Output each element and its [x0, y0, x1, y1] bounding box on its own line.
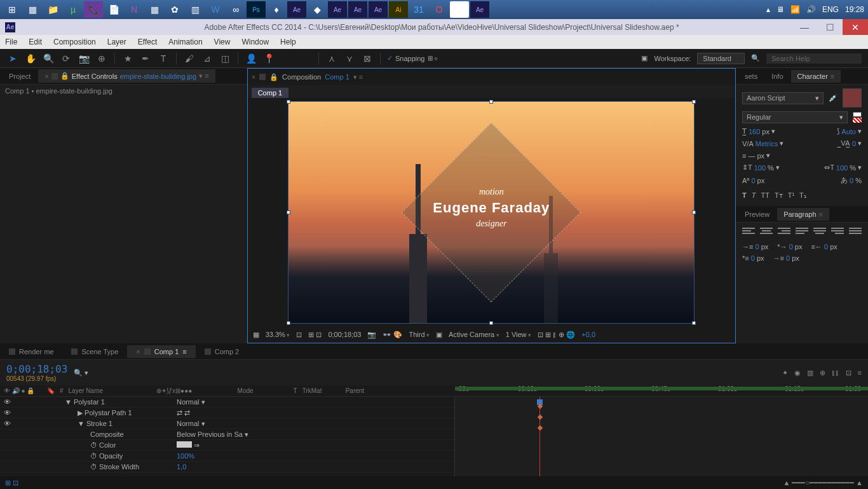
comp-breadcrumb[interactable]: Comp 1 [252, 88, 289, 98]
snapping-toggle[interactable]: ✓ Snapping ⊞ ⟐ [387, 54, 438, 62]
tb-ae[interactable]: Ae [369, 1, 388, 18]
menu-effect[interactable]: Effect [138, 38, 157, 46]
layer-row[interactable]: 👁▼ Polystar 1Normal ▾ [0, 397, 454, 408]
tb-app[interactable]: ▥ [186, 1, 205, 18]
tb-app[interactable]: 📁 [43, 1, 62, 18]
tl-icon[interactable]: ⫿⫿ [832, 369, 839, 377]
subscript-button[interactable]: T₁ [799, 191, 806, 200]
comp-panel-target[interactable]: Comp 1 [325, 73, 349, 81]
tb-ae-active[interactable]: Ae [470, 1, 489, 18]
font-size[interactable]: 160 [749, 128, 760, 135]
tl-icon[interactable]: ◉ [794, 369, 801, 377]
tab-project[interactable]: Project [3, 70, 37, 83]
tab-info[interactable]: Info [765, 70, 789, 83]
tracking[interactable]: 0 [852, 140, 856, 148]
rotate-tool[interactable]: ⟳ [60, 52, 72, 65]
lock-icon[interactable]: 🔒 [269, 73, 278, 81]
camera-dropdown[interactable]: Active Camera [449, 331, 499, 338]
eyedropper-icon[interactable]: 💉 [829, 94, 837, 102]
tb-app[interactable]: N [125, 1, 144, 18]
eraser-tool[interactable]: ◫ [219, 52, 231, 65]
menu-edit[interactable]: Edit [29, 38, 42, 46]
view-icons[interactable]: ⊡ ⊞ ⫿ ⊕ 🌐 [538, 331, 575, 339]
timeline-tracks[interactable] [454, 397, 868, 476]
layer-row[interactable]: 👁▶ Polystar Path 1⇄ ⇄ [0, 408, 454, 418]
tab-effect-controls[interactable]: × 🔒 Effect Controls empire-state-buildin… [38, 69, 215, 83]
tb-app[interactable]: 📄 [104, 1, 123, 18]
cam-icon[interactable]: ▦ [253, 331, 259, 339]
tb-ai[interactable]: Ai [389, 1, 408, 18]
menu-layer[interactable]: Layer [107, 38, 126, 46]
tl-icon[interactable]: ⊕ [820, 369, 825, 377]
justify-all-button[interactable] [849, 228, 862, 238]
tb-app[interactable]: ▦ [23, 1, 42, 18]
panel-menu-icon[interactable]: ▾ ≡ [353, 73, 363, 81]
grid-icon[interactable]: ⊞ ⊡ [308, 331, 322, 339]
tray-lang[interactable]: ENG [822, 5, 839, 14]
tb-viber[interactable]: 📞 [84, 1, 103, 18]
tb-app[interactable]: ♦ [267, 1, 286, 18]
tb-app[interactable]: ◆ [308, 1, 327, 18]
menu-view[interactable]: View [214, 38, 231, 46]
tb-app[interactable]: ∞ [226, 1, 245, 18]
layer-row[interactable]: 👁▼ Stroke 1Normal ▾ [0, 418, 454, 429]
align-right-button[interactable] [778, 228, 790, 238]
hand-tool[interactable]: ✋ [24, 52, 37, 65]
italic-button[interactable]: T [752, 191, 756, 200]
tb-ae[interactable]: Ae [287, 1, 306, 18]
roi-icon[interactable]: ▣ [436, 331, 442, 339]
hscale[interactable]: 100 [836, 164, 848, 172]
tab-sets[interactable]: sets [738, 70, 764, 83]
fill-swatch[interactable] [843, 88, 862, 107]
font-dropdown[interactable]: Aaron Script▾ [742, 92, 824, 104]
tb-app[interactable]: 31 [409, 1, 428, 18]
camera-tool[interactable]: 📷 [78, 52, 90, 65]
leading[interactable]: Auto [841, 128, 856, 135]
justify-right-button[interactable] [831, 228, 844, 238]
brush-tool[interactable]: 🖌 [183, 52, 196, 65]
align-left-button[interactable] [742, 228, 755, 238]
tsume[interactable]: 0 [850, 177, 853, 184]
tb-ae[interactable]: Ae [348, 1, 367, 18]
zoom-tool[interactable]: 🔍 [42, 52, 55, 65]
tl-icon[interactable]: ▥ [807, 369, 813, 377]
viewer-time[interactable]: 0;00;18;03 [328, 331, 361, 338]
tb-ps[interactable]: Ps [247, 1, 266, 18]
pin-tool[interactable]: 📍 [262, 52, 275, 65]
menu-window[interactable]: Window [241, 38, 269, 46]
close-tab-icon[interactable]: × [252, 73, 255, 81]
layer-row[interactable]: CompositeBelow Previous in Sa ▾ [0, 429, 454, 440]
tl-tab-scene[interactable]: Scene Type [62, 345, 127, 358]
tl-tab-comp1[interactable]: × Comp 1 ≡ [127, 345, 195, 358]
menu-help[interactable]: Help [280, 38, 296, 46]
bold-button[interactable]: T [742, 191, 747, 200]
start-button[interactable]: ⊞ [3, 1, 22, 18]
menu-composition[interactable]: Composition [53, 38, 96, 46]
tray-volume-icon[interactable]: 🔊 [806, 5, 816, 14]
dslr-icon[interactable]: ▣ [641, 54, 648, 62]
smallcaps-button[interactable]: Tᴛ [775, 191, 783, 200]
text-tool[interactable]: T [157, 52, 170, 65]
baseline[interactable]: 0 [751, 177, 755, 184]
anchor-tool[interactable]: ⊕ [95, 52, 108, 65]
minimize-button[interactable]: — [792, 19, 817, 35]
style-dropdown[interactable]: Regular▾ [742, 111, 848, 123]
timeline-timecode[interactable]: 0;00;18;03 [6, 363, 67, 375]
justify-center-button[interactable] [813, 228, 826, 238]
shape-tool[interactable]: ★ [121, 52, 134, 65]
menu-animation[interactable]: Animation [168, 38, 202, 46]
tab-paragraph[interactable]: Paragraph ≡ [777, 208, 829, 221]
search-icon[interactable]: 🔍 ▾ [74, 369, 88, 377]
tb-ae[interactable]: Ae [328, 1, 347, 18]
zoom-dropdown[interactable]: 33.3% [266, 331, 290, 338]
superscript-button[interactable]: T¹ [788, 191, 794, 200]
zoom-slider[interactable]: ▲ ━━━○━━━━━━━━━━ ▲ [783, 479, 863, 487]
tb-opera[interactable]: O [430, 1, 449, 18]
allcaps-button[interactable]: TT [761, 191, 769, 200]
tl-icon[interactable]: ✦ [782, 369, 788, 377]
tray-icon[interactable]: ▴ [766, 5, 770, 14]
composition-viewer[interactable]: motion Eugene Faraday designer [248, 98, 735, 326]
view-dropdown[interactable]: 1 View [506, 331, 531, 338]
tl-icon[interactable]: ⊡ [846, 369, 851, 377]
resolution-icon[interactable]: ⊡ [296, 331, 302, 339]
